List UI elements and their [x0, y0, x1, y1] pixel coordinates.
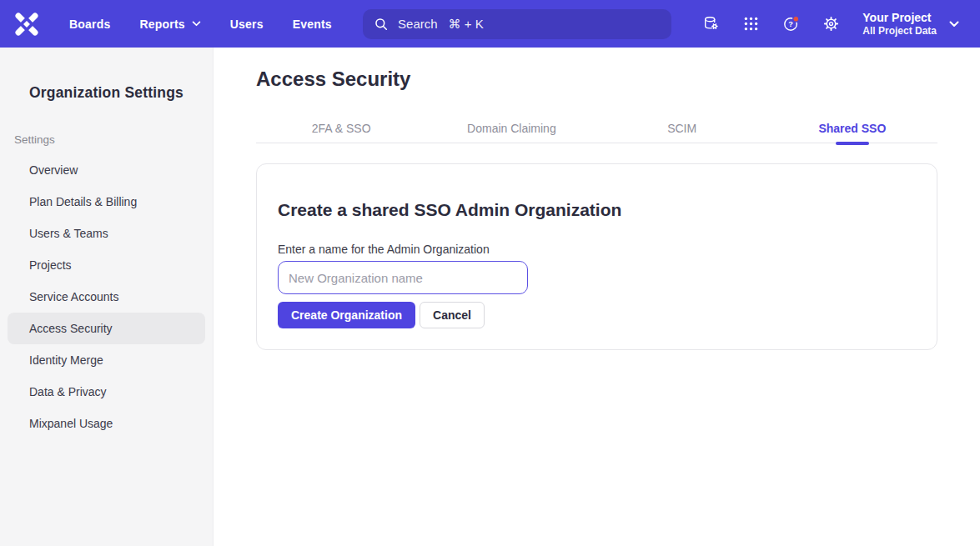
global-search-input[interactable]: Search ⌘ + K — [363, 9, 671, 39]
sidebar-nav: Overview Plan Details & Billing Users & … — [0, 154, 213, 439]
app-body: Organization Settings Settings Overview … — [0, 48, 980, 546]
tab-scim[interactable]: SCIM — [597, 122, 767, 143]
notification-badge — [793, 16, 799, 22]
tab-2fa-sso[interactable]: 2FA & SSO — [256, 122, 426, 143]
nav-item-events[interactable]: Events — [293, 18, 332, 31]
organization-name-input[interactable] — [278, 261, 528, 294]
main-content: Access Security 2FA & SSO Domain Claimin… — [214, 48, 980, 546]
search-placeholder-text: Search — [398, 17, 438, 32]
nav-item-boards[interactable]: Boards — [69, 18, 110, 31]
sidebar-item-plan-details-billing[interactable]: Plan Details & Billing — [8, 186, 205, 218]
access-security-tabs: 2FA & SSO Domain Claiming SCIM Shared SS… — [256, 122, 937, 143]
project-name: Your Project — [862, 10, 937, 25]
sidebar-item-access-security[interactable]: Access Security — [8, 313, 205, 344]
svg-text:?: ? — [789, 20, 794, 28]
nav-item-label: Reports — [139, 18, 184, 31]
nav-item-label: Users — [230, 18, 264, 31]
sidebar-item-data-privacy[interactable]: Data & Privacy — [8, 376, 205, 408]
nav-item-reports[interactable]: Reports — [139, 18, 200, 31]
project-labels: Your Project All Project Data — [862, 10, 937, 38]
search-icon — [374, 17, 389, 32]
project-switcher[interactable]: Your Project All Project Data — [862, 10, 959, 38]
tab-domain-claiming[interactable]: Domain Claiming — [426, 122, 596, 143]
data-management-icon[interactable] — [702, 15, 720, 33]
top-navbar: Boards Reports Users Events Search ⌘ + K — [0, 0, 980, 48]
shared-sso-card: Create a shared SSO Admin Organization E… — [256, 163, 937, 350]
sidebar-item-service-accounts[interactable]: Service Accounts — [8, 281, 205, 313]
card-actions: Create Organization Cancel — [278, 302, 916, 328]
help-icon[interactable]: ? — [782, 15, 800, 33]
cancel-button[interactable]: Cancel — [420, 302, 485, 328]
search-shortcut-hint: ⌘ + K — [449, 17, 484, 32]
sidebar-item-projects[interactable]: Projects — [8, 249, 205, 281]
sidebar-item-identity-merge[interactable]: Identity Merge — [8, 344, 205, 376]
create-organization-button[interactable]: Create Organization — [278, 302, 415, 328]
nav-item-users[interactable]: Users — [230, 18, 264, 31]
nav-item-label: Events — [293, 18, 332, 31]
sidebar-item-overview[interactable]: Overview — [8, 154, 205, 186]
chevron-down-icon — [192, 21, 201, 27]
sidebar-title: Organization Settings — [0, 84, 213, 102]
sidebar-item-users-teams[interactable]: Users & Teams — [8, 218, 205, 249]
search-placeholder: Search ⌘ + K — [398, 17, 484, 32]
project-scope: All Project Data — [862, 25, 937, 38]
card-title: Create a shared SSO Admin Organization — [278, 200, 916, 220]
navbar-action-icons: ? — [702, 15, 840, 33]
settings-gear-icon[interactable] — [822, 15, 840, 33]
sidebar-item-mixpanel-usage[interactable]: Mixpanel Usage — [8, 408, 205, 439]
sidebar-section-label: Settings — [14, 133, 213, 146]
org-settings-sidebar: Organization Settings Settings Overview … — [0, 48, 214, 546]
primary-nav: Boards Reports Users Events — [69, 18, 332, 31]
tab-shared-sso[interactable]: Shared SSO — [767, 122, 937, 143]
chevron-down-icon — [949, 21, 959, 28]
mixpanel-logo-icon[interactable] — [13, 11, 40, 38]
page-title: Access Security — [256, 68, 937, 91]
org-name-label: Enter a name for the Admin Organization — [278, 243, 916, 256]
apps-grid-icon[interactable] — [742, 15, 760, 33]
nav-item-label: Boards — [69, 18, 110, 31]
